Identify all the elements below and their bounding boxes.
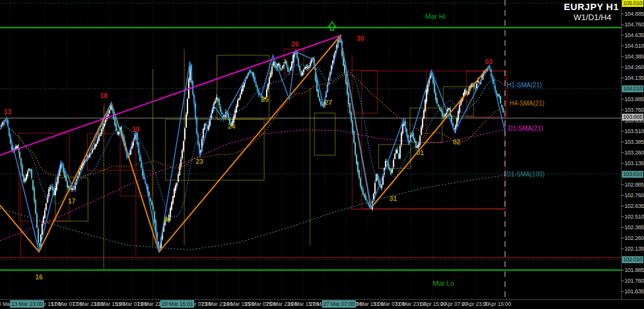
time-tag: 13 Mar 23:00	[10, 300, 44, 308]
price-label: 104.135	[625, 75, 644, 81]
price-tag: 105.010	[622, 0, 643, 7]
price-label: 101.885	[625, 267, 644, 273]
swing-label-02: 02	[453, 138, 460, 146]
time-tag: 20 Mar 15:01	[160, 300, 194, 308]
swing-label-13: 13	[4, 108, 11, 116]
time-tag: 27 Mar 07:00	[322, 300, 356, 308]
swing-label-27: 27	[325, 99, 332, 106]
price-tag: 104.010	[622, 85, 643, 92]
price-label: 104.260	[625, 64, 644, 70]
swing-label-31: 31	[389, 195, 397, 202]
price-label: 101.635	[625, 288, 644, 295]
price-tag: 102.010	[622, 256, 643, 263]
price-label: 103.260	[625, 149, 644, 156]
swing-label-03: 03	[485, 58, 492, 65]
swing-label-17: 17	[68, 197, 75, 205]
price-label: 104.760	[625, 21, 644, 28]
price-label: 102.510	[625, 214, 644, 220]
swing-label-23: 23	[196, 158, 203, 165]
price-label: 103.510	[625, 128, 644, 134]
swing-label-01: 01	[416, 149, 424, 156]
price-label: 102.260	[625, 235, 644, 241]
generated-label-layer: 13181926300316172023242527310102H1-SMA(2…	[0, 0, 644, 309]
swing-label-30: 30	[357, 35, 364, 42]
price-label: 104.385	[625, 53, 644, 60]
swing-label-18: 18	[100, 92, 108, 99]
price-label: 103.385	[625, 139, 644, 145]
price-tag: 103.665	[622, 114, 643, 121]
sma-label: H4-SMA(21)	[509, 100, 545, 107]
swing-label-26: 26	[291, 40, 299, 48]
swing-label-19: 19	[132, 126, 140, 133]
price-label: 102.385	[625, 224, 644, 230]
swing-label-24: 24	[228, 122, 235, 130]
price-label: 102.635	[625, 203, 644, 209]
price-label: 103.885	[625, 96, 644, 102]
sma-label: H1-SMA(21)	[507, 82, 542, 89]
price-label: 104.510	[625, 43, 644, 49]
price-label: 103.760	[625, 107, 644, 113]
mt4-chart-window: EURJPY H1 W1/D1/H4 Mar Hi Mar Lo 1318192…	[0, 0, 644, 309]
price-tag: 103.010	[622, 171, 643, 178]
swing-label-25: 25	[261, 95, 269, 103]
sma-label: D1-SMA(100)	[506, 171, 545, 178]
price-label: 102.885	[625, 182, 644, 188]
sma-label: D1-SMA(21)	[508, 125, 543, 132]
price-label: 104.635	[625, 32, 644, 38]
price-label: 104.885	[625, 11, 644, 17]
swing-label-16: 16	[35, 273, 43, 281]
price-label: 103.135	[625, 160, 644, 166]
swing-label-20: 20	[164, 215, 171, 223]
price-label: 102.135	[625, 246, 644, 252]
time-label: 3 Apr 15:00	[477, 301, 518, 307]
price-label: 101.760	[625, 278, 644, 284]
price-label: 102.760	[625, 192, 644, 198]
